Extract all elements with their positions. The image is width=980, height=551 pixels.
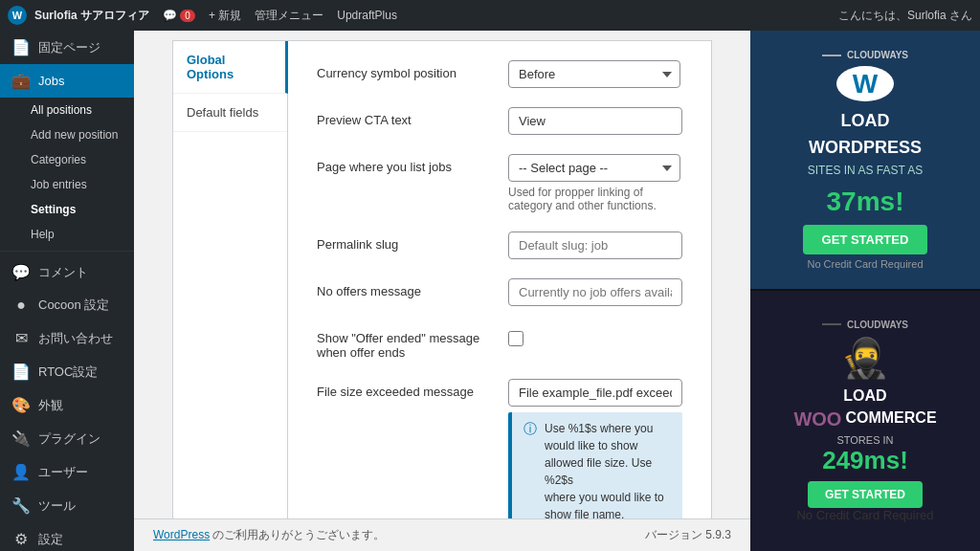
info-text: Use %1$s where you would like to show al… [545,420,671,518]
show-offer-ended-control [508,325,682,349]
sidebar-item-fixed-page[interactable]: 📄 固定ページ [0,31,134,64]
ad2-headline1: LOAD [843,386,886,405]
page-wrapper: W Surlofia サアロフィア 💬 0 + 新規 管理メニュー Updraf… [0,0,980,551]
no-offers-row: No offers message [317,278,682,306]
permalink-slug-control [508,231,682,259]
sidebar-item-label-appearance: 外観 [38,397,63,414]
sidebar-item-label-settings-main: 設定 [38,531,63,548]
sidebar-item-help[interactable]: Help [0,222,134,247]
footer-version: バージョン 5.9.3 [645,527,731,543]
settings-main-icon: ⚙ [11,530,31,548]
sidebar-item-all-positions[interactable]: All positions [0,98,134,122]
ad1-cta-button[interactable]: GET STARTED [803,225,928,254]
ad2-woo: WOO [793,408,841,430]
updraftplus[interactable]: UpdraftPlus [337,9,397,22]
page-list-jobs-label: Page where you list jobs [317,154,508,174]
permalink-slug-input[interactable] [508,231,682,259]
sidebar-item-comment[interactable]: 💬 コメント [0,255,134,289]
comment-icon: 💬 [11,263,31,281]
ad2-cta-button[interactable]: GET STARTED [808,481,923,508]
page-list-jobs-control: -- Select page -- Used for propper linki… [508,154,682,212]
footer: WordPress のご利用ありがとうございます。 バージョン 5.9.3 [134,518,750,551]
tab-global-options[interactable]: Global Options [173,41,288,94]
preview-cta-row: Preview CTA text [317,107,682,135]
content-row: 📄 固定ページ 💼 Jobs All positions Add new pos… [0,31,980,551]
sidebar-item-rtoc[interactable]: 📄 RTOC設定 [0,355,134,388]
ad2-speed: 249ms! [822,446,908,475]
sidebar-item-job-entries[interactable]: Job entries [0,172,134,197]
show-offer-ended-checkbox[interactable] [508,331,523,346]
sidebar-item-plugins[interactable]: 🔌 プラグイン [0,422,134,455]
currency-symbol-select[interactable]: Before After [508,60,680,88]
appearance-icon: 🎨 [11,396,31,414]
no-offers-control [508,278,682,306]
main-with-ads: Global Options Default fields Currency s… [134,31,750,551]
sidebar: 📄 固定ページ 💼 Jobs All positions Add new pos… [0,31,134,551]
sidebar-item-users[interactable]: 👤 ユーザー [0,455,134,489]
wp-logo-ad: W [836,66,894,101]
info-line1: Use %1$s where you would like to show al… [545,422,653,487]
ad1-subtext: SITES IN AS FAST AS [808,164,924,179]
tab-default-fields[interactable]: Default fields [173,94,287,132]
preview-cta-input[interactable] [508,107,682,135]
jobs-icon: 💼 [11,72,31,90]
main-scroll: Global Options Default fields Currency s… [134,31,750,518]
sidebar-item-label-cocoon: Cocoon 設定 [38,297,109,314]
tools-icon: 🔧 [11,496,31,515]
page-list-jobs-hint: Used for propper linking of category and… [508,186,682,212]
sidebar-item-label-plugins: プラグイン [38,430,100,448]
currency-symbol-label: Currency symbol position [317,60,508,80]
comment-count[interactable]: 💬 0 [163,9,195,22]
sidebar-item-settings-main[interactable]: ⚙ 設定 [0,522,134,551]
file-size-label: File size exceeded message [317,379,508,399]
cocoon-icon: ● [11,297,31,314]
wp-logo-icon[interactable]: W [8,6,27,25]
file-size-info-box: ⓘ Use %1$s where you would like to show … [508,412,682,518]
sidebar-item-label-rtoc: RTOC設定 [38,364,98,381]
rtoc-icon: 📄 [11,363,31,381]
page-list-jobs-row: Page where you list jobs -- Select page … [317,154,682,212]
sidebar-item-cocoon[interactable]: ● Cocoon 設定 [0,289,134,321]
users-icon: 👤 [11,463,31,481]
ad2-subtext: STORES IN [836,434,893,446]
info-icon: ⓘ [523,421,537,518]
sidebar-item-jobs[interactable]: 💼 Jobs [0,64,134,98]
admin-menu[interactable]: 管理メニュー [255,8,323,24]
right-ad-panel: CLOUDWAYS W LOAD WORDPRESS SITES IN AS F… [750,31,980,551]
ad1-no-card: No Credit Card Required [807,258,923,270]
cloudways-label-1: CLOUDWAYS [847,50,908,60]
preview-cta-label: Preview CTA text [317,107,508,127]
sidebar-item-settings[interactable]: Settings [0,197,134,222]
ad2-no-card: No Credit Card Required [796,508,933,522]
sidebar-item-categories[interactable]: Categories [0,147,134,172]
settings-container: Global Options Default fields Currency s… [134,40,750,518]
user-greeting: こんにちは、Surlofia さん [838,8,972,24]
show-offer-ended-label: Show "Offer ended" message when offer en… [317,325,508,360]
sidebar-item-label-contact: お問い合わせ [38,330,113,347]
plugins-icon: 🔌 [11,430,31,448]
currency-symbol-row: Currency symbol position Before After [317,60,682,88]
admin-bar-items: Surlofia サアロフィア 💬 0 + 新規 管理メニュー UpdraftP… [34,8,831,24]
no-offers-input[interactable] [508,278,682,306]
sidebar-divider-1 [0,251,134,252]
sidebar-item-appearance[interactable]: 🎨 外観 [0,388,134,422]
fixed-page-icon: 📄 [11,38,31,56]
contact-icon: ✉ [11,329,31,347]
page-list-jobs-select[interactable]: -- Select page -- [508,154,680,182]
sidebar-item-label-comment: コメント [38,264,88,281]
sidebar-item-tools[interactable]: 🔧 ツール [0,489,134,522]
permalink-slug-row: Permalink slug [317,231,682,259]
ad1-headline1: LOAD [841,111,890,132]
ad1-speed: 37ms! [827,187,904,217]
no-offers-label: No offers message [317,278,508,298]
wordpress-link[interactable]: WordPress [153,528,210,541]
file-size-control: ⓘ Use %1$s where you would like to show … [508,379,682,518]
sidebar-item-label-fixed-page: 固定ページ [38,39,100,56]
sidebar-item-contact[interactable]: ✉ お問い合わせ [0,321,134,355]
file-size-input[interactable] [508,379,682,407]
sidebar-item-label-users: ユーザー [38,464,88,481]
admin-bar: W Surlofia サアロフィア 💬 0 + 新規 管理メニュー Updraf… [0,0,980,31]
info-line2: where you would like to show file name. [545,491,664,518]
sidebar-item-add-new-position[interactable]: Add new position [0,122,134,147]
new-button[interactable]: + 新規 [209,8,241,24]
